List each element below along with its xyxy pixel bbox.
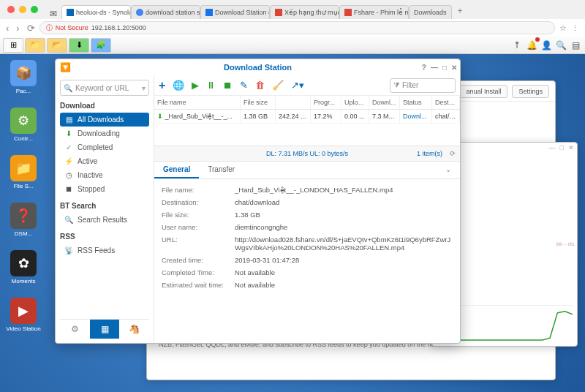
download-station-button[interactable]: ⬇ xyxy=(69,38,89,53)
collapse-icon[interactable]: ⌄ xyxy=(437,162,460,178)
search-icon: 🔍 xyxy=(64,84,72,92)
edit-button[interactable]: ✎ xyxy=(240,80,248,91)
detail-url: http://download028.fshare.vn/dl/S+jaEVQt… xyxy=(235,235,453,252)
filter-input[interactable]: ⧩ Filter xyxy=(390,78,456,93)
desktop: 📦Pac... ⚙Contr... 📁File S... ❓DSM... ✿Mo… xyxy=(0,54,585,392)
toolbar: + 🌐 ▶ ⏸ ⏹ ✎ 🗑 🧹 ↗▾ ⧩ Filter xyxy=(154,75,460,96)
col-downloaded[interactable] xyxy=(276,96,311,109)
stop-button[interactable]: ⏹ xyxy=(223,80,233,91)
filter-icon: ⧩ xyxy=(393,81,399,90)
sidebar-item-stopped[interactable]: ⏹Stopped xyxy=(60,182,149,196)
sidebar-item-completed[interactable]: ✓Completed xyxy=(60,140,149,154)
sidebar-item-downloading[interactable]: ⬇Downloading xyxy=(60,127,149,140)
security-label: Not Secure xyxy=(56,24,88,31)
main-menu-button[interactable]: ⊞ xyxy=(3,38,23,53)
col-filesize[interactable]: File size xyxy=(241,96,276,109)
notification-icon[interactable]: 🔔 xyxy=(525,39,538,52)
desktop-icon-control[interactable]: ⚙Contr... xyxy=(6,108,41,142)
item-count: 1 item(s) xyxy=(417,150,442,157)
tab-general[interactable]: General xyxy=(154,162,199,178)
col-progress[interactable]: Progr... xyxy=(311,96,341,109)
detail-filename: _Hard_Sub_Việt__-_LONDON_HAS_FALLEN.mp4 xyxy=(235,186,453,194)
url-field[interactable]: ⓘ Not Secure 192.168.1.20:5000 xyxy=(39,21,555,34)
emule-tab[interactable]: 🐴 xyxy=(119,320,149,339)
file-browser-button[interactable]: 📂 xyxy=(47,38,67,53)
col-destination[interactable]: Destina... xyxy=(432,96,460,109)
browser-tab[interactable]: Fshare - Phim lẻ mới xyxy=(339,5,409,19)
col-status[interactable]: Status xyxy=(400,96,432,109)
resume-button[interactable]: ▶ xyxy=(192,80,199,91)
pause-button[interactable]: ⏸ xyxy=(206,80,216,91)
gmail-icon[interactable]: ✉ xyxy=(50,9,57,19)
sidebar-item-inactive[interactable]: ◷Inactive xyxy=(60,168,149,182)
close-icon[interactable]: ✕ xyxy=(451,64,457,72)
bolt-icon: ⚡ xyxy=(64,157,73,165)
action-menu-button[interactable]: ↗▾ xyxy=(291,80,304,91)
desktop-icon-files[interactable]: 📁File S... xyxy=(6,155,41,189)
browser-tab[interactable]: Downloads xyxy=(409,5,452,19)
maximize-icon[interactable]: □ xyxy=(560,144,564,151)
detail-panel: File name:_Hard_Sub_Việt__-_LONDON_HAS_F… xyxy=(154,179,460,343)
settings-tab[interactable]: ⚙ xyxy=(60,320,90,339)
close-icon[interactable] xyxy=(7,6,15,13)
rss-icon: 📡 xyxy=(64,246,73,255)
package-center-button[interactable]: 🧩 xyxy=(91,38,111,53)
minimize-icon[interactable]: — xyxy=(431,64,438,72)
search-icon: 🔍 xyxy=(64,216,73,224)
file-station-button[interactable]: 📁 xyxy=(25,38,45,53)
star-icon[interactable]: ☆ xyxy=(559,23,567,33)
desktop-icon-dsm[interactable]: ❓DSM... xyxy=(6,203,41,237)
search-input[interactable]: 🔍 Keyword or URL ▾ xyxy=(60,80,149,96)
sidebar-item-rss[interactable]: 📡RSS Feeds xyxy=(60,244,149,257)
table-row[interactable]: ⬇ _Hard_Sub_Việt__-_... 1.38 GB 242.24 .… xyxy=(154,110,460,124)
col-filename[interactable]: File name xyxy=(154,96,241,109)
clear-button[interactable]: 🧹 xyxy=(272,80,284,91)
delete-button[interactable]: 🗑 xyxy=(255,80,265,91)
url-text: 192.168.1.20:5000 xyxy=(91,24,146,31)
refresh-icon[interactable]: ⟳ xyxy=(450,150,456,157)
back-button[interactable]: ‹ xyxy=(6,23,9,34)
desktop-icon-package[interactable]: 📦Pac... xyxy=(6,60,41,94)
upload-icon[interactable]: ⤒ xyxy=(510,39,524,52)
desktop-icon-video[interactable]: ▶Video Station xyxy=(6,298,41,332)
sidebar-item-active[interactable]: ⚡Active xyxy=(60,154,149,168)
new-tab-button[interactable]: + xyxy=(452,3,469,19)
search-icon[interactable]: 🔍 xyxy=(554,39,567,52)
help-icon[interactable]: ? xyxy=(422,64,426,72)
maximize-icon[interactable] xyxy=(31,6,38,13)
pause-icon: ◷ xyxy=(64,171,73,179)
tab-transfer[interactable]: Transfer xyxy=(199,162,244,178)
manual-install-button[interactable]: anual Install xyxy=(459,85,507,98)
table-header: File name File size Progr... Uploa... Do… xyxy=(154,96,460,110)
detail-tabs: General Transfer ⌄ xyxy=(154,162,460,179)
dropdown-icon[interactable]: ▾ xyxy=(142,84,146,92)
user-icon[interactable]: 👤 xyxy=(540,39,553,52)
window-titlebar[interactable]: 🔽 Download Station ? — □ ✕ xyxy=(56,59,460,75)
forward-button[interactable]: › xyxy=(16,23,19,34)
minimize-icon[interactable]: — xyxy=(549,144,556,151)
add-url-button[interactable]: 🌐 xyxy=(173,80,184,91)
browser-tab[interactable]: heoluoi-ds - Synology xyxy=(61,5,131,19)
sidebar: 🔍 Keyword or URL ▾ Download ▤All Downloa… xyxy=(56,75,154,343)
sidebar-footer: ⚙ ▦ 🐴 xyxy=(60,319,149,339)
settings-button[interactable]: Settings xyxy=(512,85,549,98)
dsm-taskbar: ⊞ 📁 📂 ⬇ 🧩 ⤒ 🔔 👤 🔍 ▤ xyxy=(0,37,585,54)
browser-chrome: ✉ heoluoi-ds - Synology download station… xyxy=(0,0,585,37)
sidebar-item-search-results[interactable]: 🔍Search Results xyxy=(60,213,149,227)
widgets-icon[interactable]: ▤ xyxy=(569,39,582,52)
schedule-tab[interactable]: ▦ xyxy=(90,320,120,339)
extensions-icon[interactable]: ⋮ xyxy=(571,23,579,33)
browser-tab[interactable]: download station syn xyxy=(131,5,200,19)
minimize-icon[interactable] xyxy=(19,6,26,13)
maximize-icon[interactable]: □ xyxy=(442,64,447,72)
add-button[interactable]: + xyxy=(159,79,165,92)
downloading-icon: ⬇ xyxy=(157,113,163,120)
col-upload[interactable]: Uploa... xyxy=(341,96,369,109)
col-dlspeed[interactable]: Downl... xyxy=(369,96,400,109)
reload-button[interactable]: ⟳ xyxy=(27,23,35,34)
close-icon[interactable]: ✕ xyxy=(568,144,574,151)
sidebar-item-all[interactable]: ▤All Downloads xyxy=(60,113,149,127)
browser-tab[interactable]: Xếp hạng thư mục - xyxy=(270,5,339,19)
browser-tab[interactable]: Download Station (D xyxy=(200,5,270,19)
desktop-icon-moments[interactable]: ✿Moments xyxy=(6,250,41,284)
